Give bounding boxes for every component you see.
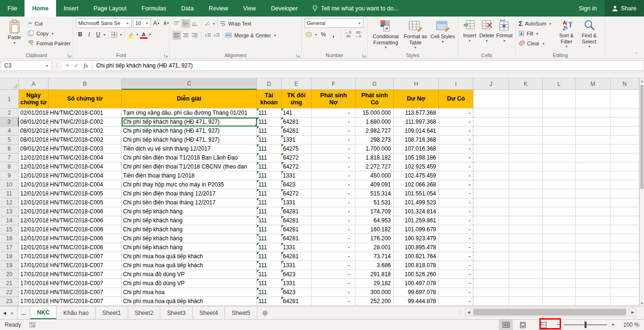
cell-C20[interactable]: Chi phí mua đồ dùng VP (122, 270, 257, 279)
page-break-preview-button[interactable] (536, 320, 550, 330)
cell-A4[interactable]: 08/01/2018 (19, 127, 49, 135)
cell-A13[interactable]: 12/01/2018 (19, 207, 49, 216)
column-header-M[interactable]: M (576, 78, 611, 90)
cell-I10[interactable]: - (439, 180, 473, 189)
cell-D12[interactable]: 111 (257, 198, 281, 207)
cell-J15[interactable] (473, 225, 509, 234)
cell-A11[interactable]: 12/01/2018 (19, 189, 49, 198)
cell-F4[interactable]: - (312, 127, 356, 135)
cell-J8[interactable] (473, 162, 509, 171)
cell-H10[interactable]: 102.066.368 (394, 180, 439, 189)
column-header-G[interactable]: G (356, 78, 394, 90)
cell-J23[interactable] (473, 297, 509, 306)
cell-E3[interactable]: 64281 (281, 118, 312, 127)
cell-E10[interactable]: 6423 (281, 180, 312, 189)
collapse-ribbon-button[interactable]: ⌃ (635, 51, 638, 57)
cell-M5[interactable] (576, 135, 611, 144)
percent-style-button[interactable]: % (319, 30, 328, 39)
tab-review[interactable]: Review (201, 0, 236, 17)
cell-B19[interactable]: HN/TM/C/2018-C007 (49, 261, 122, 270)
cell-J1[interactable] (473, 90, 509, 109)
cell-C5[interactable]: Chi phí tiếp khách hàng (HĐ 471, 927) (122, 135, 257, 144)
cell-M9[interactable] (576, 171, 611, 180)
cell-A16[interactable]: 12/01/2018 (19, 234, 49, 243)
insert-cells-button[interactable]: Insert ▼ (461, 18, 478, 42)
cell-J22[interactable] (473, 288, 509, 297)
column-header-N[interactable]: N (611, 78, 639, 90)
column-header-D[interactable]: D (257, 78, 281, 90)
cell-D14[interactable]: 111 (257, 216, 281, 225)
row-header-16[interactable]: 16 (0, 234, 19, 243)
cell-L19[interactable] (543, 261, 576, 270)
cell-F17[interactable]: - (312, 243, 356, 252)
cell-M8[interactable] (576, 162, 611, 171)
cell-N14[interactable] (611, 216, 639, 225)
cell-K1[interactable] (509, 90, 543, 109)
cell-A12[interactable]: 12/01/2018 (19, 198, 49, 207)
cell-M16[interactable] (576, 234, 611, 243)
cell-A9[interactable]: 12/01/2018 (19, 171, 49, 180)
header-cell-G1[interactable]: Phát sinh Có (356, 90, 394, 109)
cell-A20[interactable]: 17/01/2018 (19, 270, 49, 279)
cell-B16[interactable]: HN/TM/C/2018-C006 (49, 234, 122, 243)
cell-N17[interactable] (611, 243, 639, 252)
row-header-4[interactable]: 4 (0, 127, 19, 135)
cell-K20[interactable] (509, 270, 543, 279)
increase-decimal-button[interactable]: ←.0.00 (344, 30, 352, 39)
comma-style-button[interactable]: , (329, 30, 338, 39)
cell-K18[interactable] (509, 252, 543, 261)
cell-K5[interactable] (509, 135, 543, 144)
cell-H14[interactable]: 101.259.861 (394, 216, 439, 225)
cell-J19[interactable] (473, 261, 509, 270)
cell-D5[interactable]: 111 (257, 135, 281, 144)
sheet-tab-sheet1[interactable]: Sheet1 (96, 306, 128, 319)
borders-button[interactable] (110, 30, 119, 39)
cell-N18[interactable] (611, 252, 639, 261)
cell-D8[interactable]: 111 (257, 162, 281, 171)
cell-B3[interactable]: HN/TM/C/2018-C002 (49, 118, 122, 127)
cell-D18[interactable]: 111 (257, 252, 281, 261)
align-bottom-button[interactable] (190, 19, 199, 28)
cell-F15[interactable]: - (312, 225, 356, 234)
cell-M13[interactable] (576, 207, 611, 216)
cell-G11[interactable]: 515.314 (356, 189, 394, 198)
cell-F23[interactable]: - (312, 297, 356, 306)
zoom-out-button[interactable]: − (550, 321, 564, 329)
column-header-B[interactable]: B (49, 78, 122, 90)
cell-M3[interactable] (576, 118, 611, 127)
row-header-14[interactable]: 14 (0, 216, 19, 225)
cell-L3[interactable] (543, 118, 576, 127)
cell-G16[interactable]: 176.200 (356, 234, 394, 243)
cell-G9[interactable]: 450.000 (356, 171, 394, 180)
cell-G6[interactable]: 1.700.000 (356, 144, 394, 153)
cell-E12[interactable]: 1331 (281, 198, 312, 207)
insert-function-button[interactable]: fx (84, 62, 88, 69)
cell-N9[interactable] (611, 171, 639, 180)
cell-B4[interactable]: HN/TM/C/2018-C002 (49, 127, 122, 135)
cell-K4[interactable] (509, 127, 543, 135)
cell-C3[interactable]: Chi phí tiếp khách hàng (HĐ 471, 927) (122, 118, 257, 127)
column-header-C[interactable]: C (122, 78, 257, 90)
tab-view[interactable]: View (236, 0, 264, 17)
enter-icon[interactable]: ✓ (74, 62, 79, 69)
cell-A8[interactable]: 12/01/2018 (19, 162, 49, 171)
cell-E8[interactable]: 64272 (281, 162, 312, 171)
cell-M11[interactable] (576, 189, 611, 198)
column-header-E[interactable]: E (281, 78, 312, 90)
cell-J7[interactable] (473, 153, 509, 162)
grow-font-button[interactable]: A▲ (152, 19, 161, 27)
cell-E13[interactable]: 64281 (281, 207, 312, 216)
cell-L13[interactable] (543, 207, 576, 216)
cell-L5[interactable] (543, 135, 576, 144)
cell-L9[interactable] (543, 171, 576, 180)
paste-button[interactable]: Paste ▼ (3, 18, 26, 44)
cell-L15[interactable] (543, 225, 576, 234)
row-header-9[interactable]: 9 (0, 171, 19, 180)
cell-D11[interactable]: 111 (257, 189, 281, 198)
cell-G7[interactable]: 1.818.182 (356, 153, 394, 162)
cell-N2[interactable] (611, 109, 639, 118)
cell-H11[interactable]: 101.551.054 (394, 189, 439, 198)
cell-N10[interactable] (611, 180, 639, 189)
tab-file[interactable]: File (0, 0, 25, 17)
cell-K3[interactable] (509, 118, 543, 127)
